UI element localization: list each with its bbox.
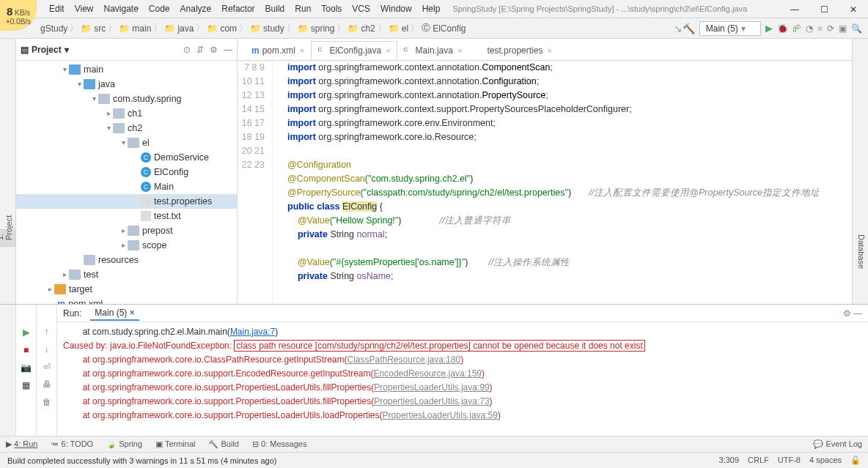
stop-button[interactable]: ■ [817, 23, 823, 34]
trash-icon[interactable]: 🗑 [43, 397, 51, 407]
project-structure-button[interactable]: ▣ [839, 23, 847, 34]
project-panel-title[interactable]: ▤ Project ▾ [21, 45, 69, 55]
close-icon[interactable]: × [457, 46, 462, 55]
tool-todo-tab[interactable]: ≔ 6: TODO [51, 439, 93, 449]
console-output[interactable]: at com.study.spring.ch2.el.Main.main(Mai… [57, 322, 868, 436]
close-icon[interactable]: × [386, 46, 390, 55]
search-everywhere-button[interactable]: 🔍 [851, 23, 862, 34]
menu-help[interactable]: Help [417, 4, 446, 14]
tool-build-tab[interactable]: 🔨 Build [208, 439, 239, 449]
run-label: Run: [63, 308, 81, 319]
event-log-button[interactable]: 💬 Event Log [813, 439, 862, 449]
line-separator[interactable]: CRLF [748, 456, 769, 465]
status-message: Build completed successfully with 3 warn… [7, 456, 276, 465]
close-icon[interactable]: × [547, 46, 551, 55]
update-button[interactable]: ⟳ [827, 23, 834, 34]
layout-icon[interactable]: ▦ [22, 380, 30, 390]
menu-analyze[interactable]: Analyze [175, 4, 217, 14]
tool-spring-tab[interactable]: 🍃 Spring [106, 439, 142, 449]
menu-navigate[interactable]: Navigate [98, 4, 143, 14]
tab-testprops[interactable]: test.properties× [468, 41, 558, 60]
menu-window[interactable]: Window [375, 4, 417, 14]
coverage-button[interactable]: ⮳ [792, 23, 801, 34]
editor-area: mpom.xml× CElConfig.java× CMain.java× te… [238, 39, 852, 436]
select-opened-file-icon[interactable]: ⊙ [183, 45, 191, 55]
wrap-icon[interactable]: ⏎ [43, 362, 51, 372]
menu-tools[interactable]: Tools [316, 4, 347, 14]
menu-code[interactable]: Code [144, 4, 175, 14]
window-title-path: SpringStudy [E:\Spring Projects\SpringSt… [452, 4, 747, 13]
run-tab[interactable]: Main (5) × [90, 306, 139, 321]
gear-icon[interactable]: ⚙ — [843, 308, 862, 319]
menu-edit[interactable]: Edit [44, 4, 70, 14]
caret-position[interactable]: 3:309 [719, 456, 740, 465]
rerun-icon[interactable]: ▶ [23, 327, 30, 338]
run-button[interactable]: ▶ [765, 23, 773, 34]
menu-bar: Edit View Navigate Code Analyze Refactor… [0, 0, 868, 18]
indent-setting[interactable]: 4 spaces [809, 456, 842, 465]
file-encoding[interactable]: UTF-8 [778, 456, 801, 465]
close-icon[interactable]: × [300, 46, 304, 55]
print-icon[interactable]: 🖶 [43, 379, 51, 390]
tool-run-tab[interactable]: ▶ 4: Run [6, 439, 37, 449]
menu-view[interactable]: View [70, 4, 99, 14]
attach-icon[interactable]: 📷 [21, 363, 32, 373]
gear-icon[interactable]: ⚙ [210, 45, 218, 55]
tool-database-tab[interactable]: Database [855, 228, 868, 247]
tab-elconfig[interactable]: CElConfig.java× [311, 41, 397, 60]
navigation-bar: gStudy〉 📁 src〉 📁 main〉 📁 java〉 📁 com〉 📁 … [0, 18, 868, 39]
breadcrumb[interactable]: gStudy〉 📁 src〉 📁 main〉 📁 java〉 📁 com〉 📁 … [0, 22, 466, 34]
build-icon[interactable]: ↘🔨 [674, 23, 695, 34]
menu-vcs[interactable]: VCS [347, 4, 375, 14]
run-tool-window: ▶ ■ 📷 ▦ ↑ ↓ ⏎ 🖶 🗑 Run: Main (5) × ⚙ — at [0, 304, 868, 436]
down-icon[interactable]: ↓ [45, 344, 49, 354]
up-icon[interactable]: ↑ [45, 327, 49, 337]
lock-icon[interactable]: 🔓 [850, 456, 861, 465]
menu-refactor[interactable]: Refactor [216, 4, 260, 14]
maximize-button[interactable]: ☐ [809, 0, 839, 18]
tool-terminal-tab[interactable]: ▣ Terminal [155, 439, 195, 449]
menu-build[interactable]: Build [260, 4, 290, 14]
profile-button[interactable]: ◔ [806, 23, 813, 34]
minimize-button[interactable]: — [780, 0, 809, 18]
debug-button[interactable]: 🐞 [777, 23, 788, 34]
editor-tabs: mpom.xml× CElConfig.java× CMain.java× te… [238, 39, 852, 61]
tab-main[interactable]: CMain.java× [397, 41, 469, 60]
status-bar: Build completed successfully with 3 warn… [0, 452, 868, 468]
menu-run[interactable]: Run [290, 4, 316, 14]
bottom-tool-bar: ▶ 4: Run ≔ 6: TODO 🍃 Spring ▣ Terminal 🔨… [0, 436, 868, 452]
stop-icon[interactable]: ■ [23, 345, 29, 355]
hide-panel-icon[interactable]: — [224, 45, 232, 55]
expand-all-icon[interactable]: ⇵ [196, 45, 204, 55]
run-config-selector[interactable]: Main (5) ▾ [699, 21, 761, 36]
tab-pom[interactable]: mpom.xml× [245, 41, 311, 60]
tool-messages-tab[interactable]: ⊟ 0: Messages [252, 439, 306, 449]
close-button[interactable]: ✕ [839, 0, 868, 18]
tool-project-tab[interactable]: 1: Project [0, 228, 15, 247]
